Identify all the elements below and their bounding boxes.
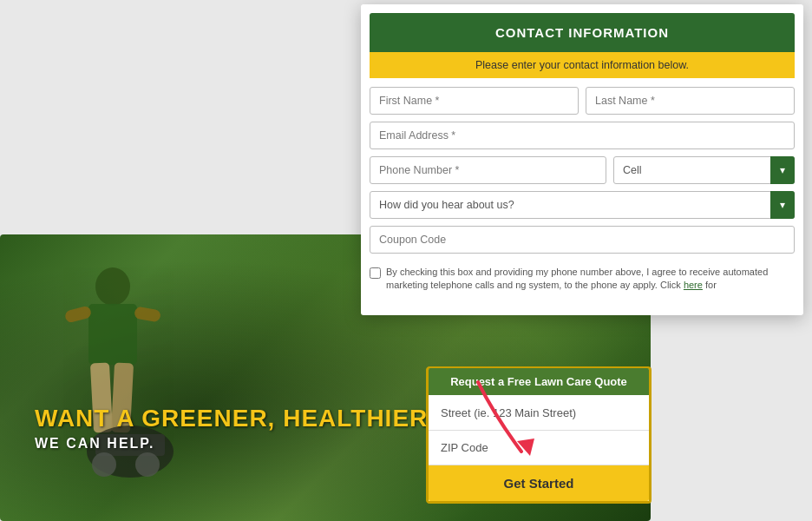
phone-type-select[interactable]: Cell Home Work (613, 156, 795, 184)
form-body: Cell Home Work ▾ How did you hear about … (361, 78, 803, 298)
svg-point-0 (95, 267, 130, 306)
person-silhouette (26, 252, 200, 512)
svg-point-9 (135, 452, 160, 477)
form-header: CONTACT INFORMATION (370, 13, 795, 52)
phone-row: Cell Home Work ▾ (370, 156, 795, 184)
first-name-input[interactable] (370, 87, 579, 115)
arrow-graphic (452, 365, 556, 469)
here-link[interactable]: here (684, 280, 703, 290)
how-heard-row: How did you hear about us? Google Facebo… (370, 191, 795, 219)
how-heard-select[interactable]: How did you hear about us? Google Facebo… (370, 191, 795, 219)
contact-form-panel: CONTACT INFORMATION Please enter your co… (361, 4, 803, 315)
consent-checkbox[interactable] (370, 267, 381, 279)
get-started-button[interactable]: Get Started (429, 465, 649, 501)
svg-point-8 (92, 452, 116, 477)
checkbox-label: By checking this box and providing my ph… (386, 266, 795, 293)
svg-rect-3 (134, 307, 161, 323)
phone-type-wrapper: Cell Home Work ▾ (613, 156, 795, 184)
checkbox-row: By checking this box and providing my ph… (370, 260, 795, 298)
email-row (370, 122, 795, 149)
coupon-input[interactable] (370, 226, 795, 254)
how-heard-wrapper: How did you hear about us? Google Facebo… (370, 191, 795, 219)
svg-rect-2 (64, 305, 93, 323)
last-name-input[interactable] (586, 87, 795, 115)
svg-rect-1 (88, 304, 137, 365)
form-subheader: Please enter your contact information be… (370, 52, 795, 78)
phone-input[interactable] (370, 156, 606, 184)
email-input[interactable] (370, 122, 795, 149)
coupon-row (370, 226, 795, 254)
name-row (370, 87, 795, 115)
